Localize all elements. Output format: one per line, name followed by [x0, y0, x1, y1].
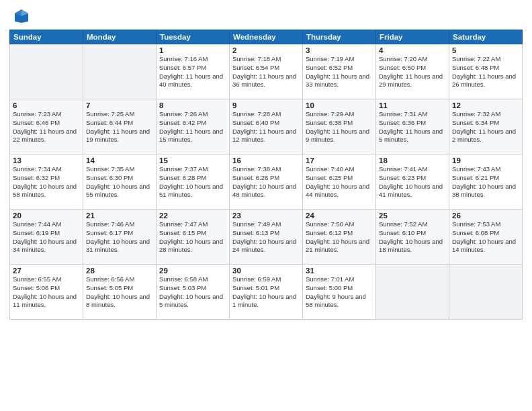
- day-number: 13: [13, 156, 80, 165]
- day-cell: 10Sunrise: 7:29 AM Sunset: 6:38 PM Dayli…: [303, 99, 376, 154]
- day-info: Sunrise: 7:47 AM Sunset: 6:15 PM Dayligh…: [159, 220, 226, 255]
- day-info: Sunrise: 7:25 AM Sunset: 6:44 PM Dayligh…: [86, 110, 153, 144]
- day-number: 27: [13, 267, 80, 275]
- day-number: 26: [452, 212, 519, 220]
- day-info: Sunrise: 7:19 AM Sunset: 6:52 PM Dayligh…: [306, 55, 373, 89]
- weekday-wednesday: Wednesday: [230, 30, 303, 44]
- day-cell: [449, 265, 523, 320]
- day-info: Sunrise: 6:56 AM Sunset: 5:05 PM Dayligh…: [86, 275, 153, 310]
- day-info: Sunrise: 7:43 AM Sunset: 6:21 PM Dayligh…: [452, 165, 519, 199]
- day-number: 12: [452, 101, 519, 109]
- day-cell: [10, 44, 83, 99]
- day-info: Sunrise: 7:34 AM Sunset: 6:32 PM Dayligh…: [13, 165, 80, 199]
- day-number: 16: [232, 156, 300, 165]
- day-number: 23: [232, 212, 300, 220]
- day-number: 8: [159, 101, 226, 109]
- day-info: Sunrise: 7:22 AM Sunset: 6:48 PM Dayligh…: [452, 55, 519, 89]
- day-info: Sunrise: 7:46 AM Sunset: 6:17 PM Dayligh…: [86, 220, 153, 255]
- day-info: Sunrise: 7:44 AM Sunset: 6:19 PM Dayligh…: [13, 220, 80, 255]
- day-info: Sunrise: 7:20 AM Sunset: 6:50 PM Dayligh…: [379, 55, 446, 89]
- day-number: 11: [379, 101, 446, 109]
- day-cell: 17Sunrise: 7:40 AM Sunset: 6:25 PM Dayli…: [303, 154, 376, 210]
- day-number: 15: [159, 156, 226, 165]
- day-info: Sunrise: 6:55 AM Sunset: 5:06 PM Dayligh…: [13, 275, 80, 310]
- day-cell: 28Sunrise: 6:56 AM Sunset: 5:05 PM Dayli…: [83, 265, 157, 320]
- day-cell: 2Sunrise: 7:18 AM Sunset: 6:54 PM Daylig…: [230, 44, 303, 99]
- day-cell: 29Sunrise: 6:58 AM Sunset: 5:03 PM Dayli…: [157, 265, 230, 320]
- day-number: 29: [159, 267, 226, 275]
- day-cell: 19Sunrise: 7:43 AM Sunset: 6:21 PM Dayli…: [449, 154, 523, 210]
- day-number: 6: [13, 101, 80, 109]
- week-row-3: 13Sunrise: 7:34 AM Sunset: 6:32 PM Dayli…: [10, 154, 523, 210]
- day-info: Sunrise: 7:29 AM Sunset: 6:38 PM Dayligh…: [306, 110, 373, 144]
- day-number: 25: [379, 212, 446, 220]
- day-cell: 15Sunrise: 7:37 AM Sunset: 6:28 PM Dayli…: [157, 154, 230, 210]
- day-cell: 11Sunrise: 7:31 AM Sunset: 6:36 PM Dayli…: [376, 99, 449, 154]
- day-info: Sunrise: 7:41 AM Sunset: 6:23 PM Dayligh…: [379, 165, 446, 199]
- day-cell: 27Sunrise: 6:55 AM Sunset: 5:06 PM Dayli…: [10, 265, 83, 320]
- day-cell: 25Sunrise: 7:52 AM Sunset: 6:10 PM Dayli…: [376, 210, 449, 265]
- day-cell: [83, 44, 157, 99]
- day-info: Sunrise: 7:26 AM Sunset: 6:42 PM Dayligh…: [159, 110, 226, 144]
- day-number: 31: [306, 267, 373, 275]
- day-cell: 20Sunrise: 7:44 AM Sunset: 6:19 PM Dayli…: [10, 210, 83, 265]
- day-info: Sunrise: 6:59 AM Sunset: 5:01 PM Dayligh…: [232, 275, 300, 310]
- day-info: Sunrise: 7:28 AM Sunset: 6:40 PM Dayligh…: [232, 110, 300, 144]
- day-info: Sunrise: 7:35 AM Sunset: 6:30 PM Dayligh…: [86, 165, 153, 199]
- week-row-5: 27Sunrise: 6:55 AM Sunset: 5:06 PM Dayli…: [10, 265, 523, 320]
- page-header: [9, 7, 523, 26]
- day-cell: 21Sunrise: 7:46 AM Sunset: 6:17 PM Dayli…: [83, 210, 157, 265]
- week-row-1: 1Sunrise: 7:16 AM Sunset: 6:57 PM Daylig…: [10, 44, 523, 99]
- day-number: 24: [306, 212, 373, 220]
- calendar-table: SundayMondayTuesdayWednesdayThursdayFrid…: [9, 30, 523, 320]
- weekday-sunday: Sunday: [10, 30, 83, 44]
- day-cell: 18Sunrise: 7:41 AM Sunset: 6:23 PM Dayli…: [376, 154, 449, 210]
- day-info: Sunrise: 7:53 AM Sunset: 6:08 PM Dayligh…: [452, 220, 519, 255]
- day-number: 18: [379, 156, 446, 165]
- day-info: Sunrise: 7:37 AM Sunset: 6:28 PM Dayligh…: [159, 165, 226, 199]
- day-info: Sunrise: 7:50 AM Sunset: 6:12 PM Dayligh…: [306, 220, 373, 255]
- logo: [9, 7, 31, 26]
- day-cell: 30Sunrise: 6:59 AM Sunset: 5:01 PM Dayli…: [230, 265, 303, 320]
- day-number: 14: [86, 156, 153, 165]
- day-info: Sunrise: 6:58 AM Sunset: 5:03 PM Dayligh…: [159, 275, 226, 310]
- day-number: 9: [232, 101, 300, 109]
- day-number: 10: [306, 101, 373, 109]
- day-info: Sunrise: 7:18 AM Sunset: 6:54 PM Dayligh…: [232, 55, 300, 89]
- weekday-friday: Friday: [376, 30, 449, 44]
- weekday-saturday: Saturday: [449, 30, 523, 44]
- day-number: 19: [452, 156, 519, 165]
- logo-icon: [9, 7, 28, 26]
- weekday-tuesday: Tuesday: [157, 30, 230, 44]
- weekday-monday: Monday: [83, 30, 157, 44]
- day-number: 22: [159, 212, 226, 220]
- day-number: 7: [86, 101, 153, 109]
- week-row-2: 6Sunrise: 7:23 AM Sunset: 6:46 PM Daylig…: [10, 99, 523, 154]
- day-number: 30: [232, 267, 300, 275]
- day-cell: 13Sunrise: 7:34 AM Sunset: 6:32 PM Dayli…: [10, 154, 83, 210]
- day-cell: 8Sunrise: 7:26 AM Sunset: 6:42 PM Daylig…: [157, 99, 230, 154]
- day-cell: 26Sunrise: 7:53 AM Sunset: 6:08 PM Dayli…: [449, 210, 523, 265]
- day-number: 17: [306, 156, 373, 165]
- day-number: 5: [452, 46, 519, 54]
- weekday-header-row: SundayMondayTuesdayWednesdayThursdayFrid…: [10, 30, 523, 44]
- day-info: Sunrise: 7:16 AM Sunset: 6:57 PM Dayligh…: [159, 55, 226, 89]
- day-cell: 7Sunrise: 7:25 AM Sunset: 6:44 PM Daylig…: [83, 99, 157, 154]
- day-info: Sunrise: 7:32 AM Sunset: 6:34 PM Dayligh…: [452, 110, 519, 144]
- day-cell: 1Sunrise: 7:16 AM Sunset: 6:57 PM Daylig…: [157, 44, 230, 99]
- week-row-4: 20Sunrise: 7:44 AM Sunset: 6:19 PM Dayli…: [10, 210, 523, 265]
- day-number: 3: [306, 46, 373, 54]
- day-info: Sunrise: 7:23 AM Sunset: 6:46 PM Dayligh…: [13, 110, 80, 144]
- day-number: 1: [159, 46, 226, 54]
- day-cell: 14Sunrise: 7:35 AM Sunset: 6:30 PM Dayli…: [83, 154, 157, 210]
- day-cell: 3Sunrise: 7:19 AM Sunset: 6:52 PM Daylig…: [303, 44, 376, 99]
- day-number: 20: [13, 212, 80, 220]
- day-cell: 22Sunrise: 7:47 AM Sunset: 6:15 PM Dayli…: [157, 210, 230, 265]
- day-number: 28: [86, 267, 153, 275]
- day-number: 21: [86, 212, 153, 220]
- day-cell: 24Sunrise: 7:50 AM Sunset: 6:12 PM Dayli…: [303, 210, 376, 265]
- weekday-thursday: Thursday: [303, 30, 376, 44]
- day-info: Sunrise: 7:52 AM Sunset: 6:10 PM Dayligh…: [379, 220, 446, 255]
- day-info: Sunrise: 7:40 AM Sunset: 6:25 PM Dayligh…: [306, 165, 373, 199]
- day-info: Sunrise: 7:49 AM Sunset: 6:13 PM Dayligh…: [232, 220, 300, 255]
